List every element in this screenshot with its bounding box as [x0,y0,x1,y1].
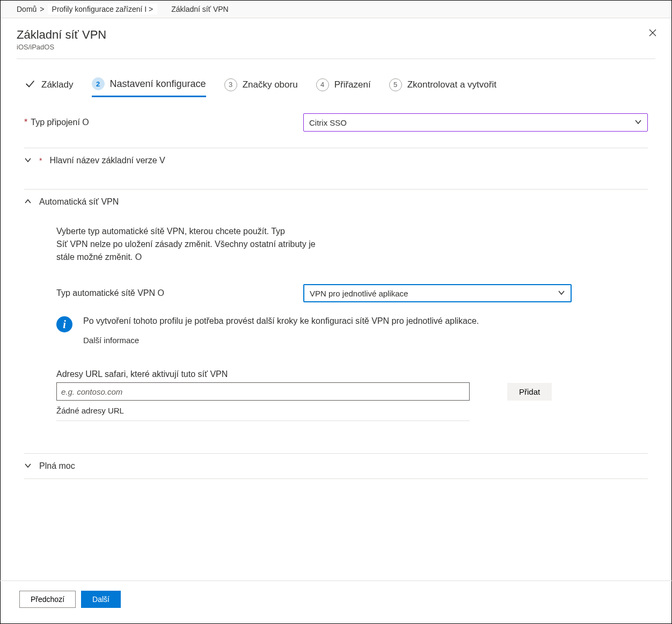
step-scope-tags[interactable]: 3 Značky oboru [224,78,298,97]
chevron-down-icon [558,289,565,298]
page-subtitle: iOS/iPadOS [17,43,655,51]
add-url-button[interactable]: Přidat [507,383,552,401]
auto-vpn-type-label: Typ automatické sítě VPN O [56,288,303,298]
step-assignments[interactable]: 4 Přiřazení [316,78,371,97]
chevron-down-icon [24,462,32,471]
breadcrumb-profiles[interactable]: Profily konfigurace zařízení I > [48,4,158,14]
chevron-down-icon [634,118,642,127]
page-title: Základní síť VPN [17,28,655,42]
info-block: i Po vytvoření tohoto profilu je potřeba… [56,316,648,345]
step-basics[interactable]: Základy [24,78,74,97]
step-number: 2 [92,77,105,90]
step-number: 5 [389,78,402,91]
breadcrumb-home[interactable]: Domů [17,5,36,13]
auto-vpn-type-row: Typ automatické sítě VPN O VPN pro jedno… [56,284,648,302]
step-label: Přiřazení [334,79,371,90]
step-label: Základy [41,79,74,90]
connection-type-row: * Typ připojení O Citrix SSO [24,113,648,132]
step-label: Nastavení konfigurace [110,78,206,90]
close-button[interactable] [646,26,660,40]
info-text: Po vytvoření tohoto profilu je potřeba p… [83,316,479,326]
select-value: VPN pro jednotlivé aplikace [310,289,408,298]
section-title: Plná moc [39,461,75,471]
section-auto-vpn: Automatická síť VPN Vyberte typ automati… [24,189,648,432]
section-header-auto-vpn[interactable]: Automatická síť VPN [24,190,648,214]
breadcrumb: Domů > Profily konfigurace zařízení I > … [1,1,671,18]
safari-url-input[interactable] [56,382,470,401]
section-title: Hlavní název základní verze V [49,156,165,165]
step-label: Značky oboru [243,79,298,90]
close-icon [648,28,657,37]
info-icon: i [56,316,72,332]
step-number: 4 [316,78,329,91]
section-base-vpn: * Hlavní název základní verze V [24,148,648,173]
connection-type-select[interactable]: Citrix SSO [303,113,648,132]
step-review[interactable]: 5 Zkontrolovat a vytvořit [389,78,496,97]
step-label: Zkontrolovat a vytvořit [407,79,496,90]
check-icon [24,78,36,91]
section-header-base-vpn[interactable]: * Hlavní název základní verze V [24,148,648,173]
next-button[interactable]: Další [81,591,121,608]
auto-vpn-type-select[interactable]: VPN pro jednotlivé aplikace [303,284,572,302]
connection-type-label: Typ připojení O [31,118,89,127]
section-header-proxy[interactable]: Plná moc [24,454,648,478]
no-urls-text: Žádné adresy URL [56,406,470,421]
stepper: Základy 2 Nastavení konfigurace 3 Značky… [17,59,655,101]
section-title: Automatická síť VPN [39,197,119,207]
safari-url-label: Adresy URL safari, které aktivují tuto s… [56,369,470,379]
chevron-down-icon [24,156,32,165]
required-asterisk: * [39,156,42,165]
breadcrumb-sep: > [40,5,44,13]
section-proxy: Plná moc [24,453,648,479]
previous-button[interactable]: Předchozí [19,591,76,608]
required-asterisk: * [24,118,27,127]
step-configuration[interactable]: 2 Nastavení konfigurace [92,77,206,97]
auto-vpn-description: Vyberte typ automatické sítě VPN, kterou… [56,225,378,264]
breadcrumb-current: Základní síť VPN [171,5,228,13]
select-value: Citrix SSO [309,118,347,127]
step-number: 3 [224,78,237,91]
safari-url-row: Adresy URL safari, které aktivují tuto s… [56,369,648,401]
footer-actions: Předchozí Další [19,591,121,608]
learn-more-link[interactable]: Další informace [83,336,479,345]
chevron-up-icon [24,198,32,207]
